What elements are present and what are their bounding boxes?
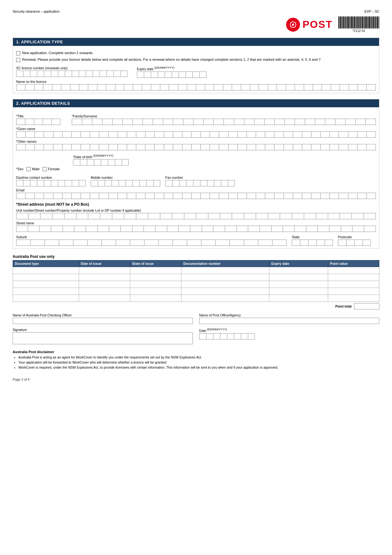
agency-input[interactable] (199, 318, 379, 324)
cell[interactable] (190, 226, 202, 232)
cell[interactable] (366, 144, 376, 150)
officer-input[interactable] (13, 318, 193, 324)
cell[interactable] (325, 240, 333, 246)
cell[interactable] (271, 226, 283, 232)
cell[interactable] (139, 180, 146, 186)
cell[interactable] (241, 84, 250, 90)
cell[interactable] (23, 71, 30, 77)
cell[interactable] (308, 240, 316, 246)
cell[interactable] (44, 144, 53, 150)
cell[interactable] (34, 193, 44, 199)
cell[interactable] (339, 193, 348, 199)
cell[interactable] (132, 119, 143, 125)
cell[interactable] (223, 84, 232, 90)
cell[interactable] (112, 213, 124, 219)
cell[interactable] (228, 193, 237, 199)
cell-expiry[interactable] (269, 281, 328, 288)
cell[interactable] (112, 180, 119, 186)
cell[interactable] (366, 131, 376, 138)
cell[interactable] (215, 240, 230, 246)
cell[interactable] (72, 71, 79, 77)
cell[interactable] (241, 333, 248, 340)
cell[interactable] (329, 131, 339, 138)
cell[interactable] (234, 119, 244, 125)
cell[interactable] (283, 226, 294, 232)
cell[interactable] (112, 119, 122, 125)
cell[interactable] (63, 226, 74, 232)
cell-points[interactable] (328, 295, 379, 302)
cell[interactable] (51, 71, 58, 77)
cell[interactable] (213, 333, 220, 340)
cell[interactable] (244, 119, 254, 125)
cell[interactable] (167, 226, 179, 232)
cell[interactable] (118, 193, 127, 199)
cell[interactable] (52, 213, 64, 219)
cell[interactable] (191, 193, 200, 199)
cell[interactable] (365, 119, 376, 125)
cell[interactable] (93, 71, 100, 77)
cell[interactable] (120, 71, 127, 77)
cell[interactable] (132, 180, 139, 186)
cell[interactable] (90, 131, 99, 138)
cell[interactable] (191, 144, 200, 150)
cell[interactable] (30, 71, 37, 77)
cell[interactable] (126, 180, 132, 186)
mobile-input[interactable] (91, 180, 160, 186)
cell[interactable] (349, 84, 358, 90)
cell[interactable] (136, 144, 145, 150)
cell[interactable] (127, 193, 136, 199)
cell[interactable] (16, 180, 23, 186)
cell[interactable] (320, 193, 329, 199)
cell[interactable] (237, 144, 247, 150)
cell[interactable] (284, 193, 293, 199)
cell[interactable] (99, 144, 108, 150)
cell[interactable] (302, 193, 311, 199)
cell[interactable] (268, 84, 277, 90)
cell[interactable] (62, 144, 71, 150)
title-input[interactable] (16, 119, 67, 125)
cell[interactable] (122, 159, 129, 165)
cell[interactable] (305, 119, 315, 125)
cell[interactable] (286, 84, 295, 90)
cell[interactable] (173, 240, 187, 246)
cell[interactable] (71, 144, 81, 150)
cell[interactable] (186, 72, 193, 78)
cell[interactable] (228, 131, 237, 138)
cell[interactable] (224, 119, 234, 125)
cell[interactable] (127, 144, 136, 150)
cell[interactable] (16, 240, 30, 246)
cell[interactable] (70, 84, 79, 90)
cell[interactable] (335, 119, 345, 125)
cell[interactable] (295, 119, 305, 125)
new-application-checkbox[interactable] (16, 51, 20, 55)
cell-state[interactable] (130, 267, 181, 274)
cell[interactable] (272, 240, 287, 246)
cell-doc-num[interactable] (181, 295, 269, 302)
cell[interactable] (338, 240, 346, 246)
cell[interactable] (81, 144, 90, 150)
cell[interactable] (173, 193, 182, 199)
cell-doc-type[interactable] (13, 288, 79, 295)
cell[interactable] (115, 84, 124, 90)
cell[interactable] (280, 213, 292, 219)
cell-points[interactable] (328, 267, 379, 274)
cell[interactable] (116, 240, 130, 246)
cell[interactable] (82, 119, 92, 125)
cell[interactable] (44, 71, 51, 77)
cell[interactable] (164, 144, 173, 150)
cell[interactable] (237, 193, 247, 199)
cell[interactable] (203, 119, 213, 125)
cell[interactable] (313, 84, 322, 90)
cell[interactable] (154, 144, 163, 150)
cell[interactable] (73, 159, 80, 165)
cell[interactable] (293, 144, 302, 150)
cell[interactable] (97, 84, 106, 90)
cell-date[interactable] (79, 281, 130, 288)
cell[interactable] (182, 131, 191, 138)
cell[interactable] (340, 84, 348, 90)
male-option[interactable]: Male (27, 167, 40, 171)
cell[interactable] (193, 180, 200, 186)
cell[interactable] (16, 71, 23, 77)
cell[interactable] (205, 84, 214, 90)
cell[interactable] (144, 240, 158, 246)
